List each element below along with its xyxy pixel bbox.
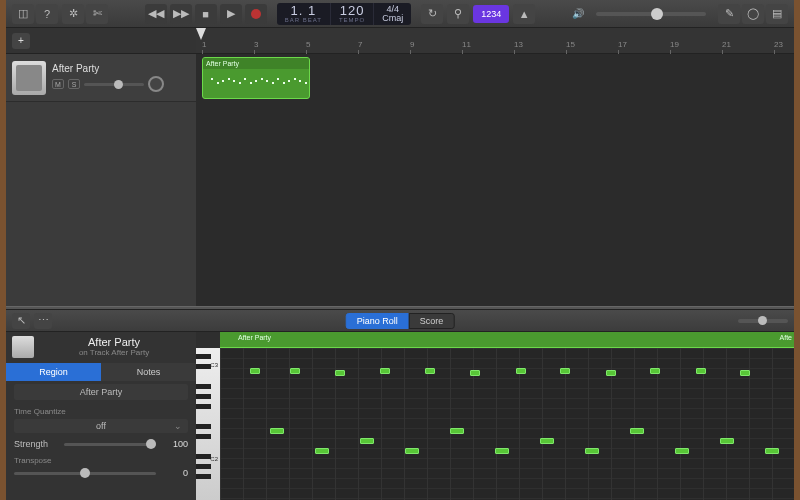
ruler-tick: 7: [358, 40, 362, 49]
midi-note[interactable]: [380, 368, 390, 374]
piano-roll-grid[interactable]: After Party Afte: [220, 348, 794, 500]
solo-button[interactable]: S: [68, 79, 80, 89]
transport-controls: ◀◀ ▶▶ ■ ▶: [145, 4, 267, 24]
record-button[interactable]: [245, 4, 267, 24]
midi-region[interactable]: After Party: [202, 57, 310, 99]
tab-piano-roll[interactable]: Piano Roll: [346, 313, 409, 329]
editor-zoom-slider[interactable]: [738, 319, 788, 323]
ruler-tick: 9: [410, 40, 414, 49]
rewind-button[interactable]: ◀◀: [145, 4, 167, 24]
volume-icon: 🔊: [572, 8, 584, 19]
region-name-field[interactable]: After Party: [14, 384, 188, 400]
garageband-window: ◫ ? ✲ ✄ ◀◀ ▶▶ ■ ▶ 1. 1 BAR BEAT 120 TEMP…: [0, 0, 800, 500]
forward-button[interactable]: ▶▶: [170, 4, 192, 24]
midi-note[interactable]: [470, 370, 480, 376]
midi-note[interactable]: [450, 428, 464, 434]
play-button[interactable]: ▶: [220, 4, 242, 24]
midi-note[interactable]: [495, 448, 509, 454]
key-label-c3: C3: [210, 362, 218, 368]
lcd-tempo: 120: [340, 5, 365, 17]
midi-note[interactable]: [585, 448, 599, 454]
midi-note[interactable]: [425, 368, 435, 374]
transpose-label: Transpose: [6, 452, 196, 465]
piano-region-label-right: Afte: [780, 334, 792, 341]
smart-controls-button[interactable]: ✲: [62, 4, 84, 24]
midi-note[interactable]: [720, 438, 734, 444]
bar-ruler[interactable]: 1357911131517192123: [196, 28, 794, 54]
track-name-label: After Party: [52, 63, 190, 74]
ruler-tick: 19: [670, 40, 679, 49]
region-name-label: After Party: [203, 58, 309, 69]
midi-note[interactable]: [516, 368, 526, 374]
track-pan-knob[interactable]: [148, 76, 164, 92]
midi-note[interactable]: [405, 448, 419, 454]
piano-keyboard[interactable]: C3 C2: [196, 348, 220, 500]
midi-note[interactable]: [290, 368, 300, 374]
midi-note[interactable]: [335, 370, 345, 376]
editor-menu-button[interactable]: ⋯: [34, 313, 52, 329]
media-browser-button[interactable]: ▤: [766, 4, 788, 24]
midi-note[interactable]: [270, 428, 284, 434]
count-in-button[interactable]: 1234: [473, 5, 509, 23]
ruler-tick: 3: [254, 40, 258, 49]
midi-note[interactable]: [315, 448, 329, 454]
cycle-button[interactable]: ↻: [421, 4, 443, 24]
lcd-key: Cmaj: [382, 14, 403, 23]
editor-toolbar: ↖ ⋯ Piano Roll Score: [6, 310, 794, 332]
region-inspector: After Party on Track After Party Region …: [6, 332, 196, 500]
stop-button[interactable]: ■: [195, 4, 217, 24]
track-header-bar: +: [6, 28, 196, 54]
track-headers: + After Party M S: [6, 28, 196, 306]
editor-pane: ↖ ⋯ Piano Roll Score After Party on Trac…: [6, 310, 794, 500]
editor-view-tabs: Piano Roll Score: [346, 313, 455, 329]
inspector-title: After Party: [40, 336, 188, 348]
master-volume-slider[interactable]: [596, 12, 706, 16]
ruler-tick: 21: [722, 40, 731, 49]
track-row[interactable]: After Party M S: [6, 54, 196, 102]
midi-note[interactable]: [360, 438, 374, 444]
midi-note[interactable]: [250, 368, 260, 374]
quick-help-button[interactable]: ?: [36, 4, 58, 24]
inspector-subtitle: on Track After Party: [40, 348, 188, 357]
add-track-button[interactable]: +: [12, 33, 30, 49]
midi-note[interactable]: [675, 448, 689, 454]
key-label-c2: C2: [210, 456, 218, 462]
midi-note[interactable]: [606, 370, 616, 376]
mute-button[interactable]: M: [52, 79, 64, 89]
tracks-area: + After Party M S 135791113151719212: [6, 28, 794, 306]
lcd-tempo-label: TEMPO: [339, 17, 365, 23]
tab-score[interactable]: Score: [409, 313, 455, 329]
editor-pointer-tool[interactable]: ↖: [12, 313, 30, 329]
ruler-tick: 23: [774, 40, 783, 49]
arrange-area: 1357911131517192123 After Party: [196, 28, 794, 306]
midi-note[interactable]: [540, 438, 554, 444]
midi-note[interactable]: [740, 370, 750, 376]
notepad-button[interactable]: ✎: [718, 4, 740, 24]
track-instrument-icon: [12, 61, 46, 95]
strength-label: Strength: [14, 439, 58, 449]
strength-slider[interactable]: [64, 443, 156, 446]
midi-note[interactable]: [560, 368, 570, 374]
midi-note[interactable]: [765, 448, 779, 454]
midi-note[interactable]: [696, 368, 706, 374]
midi-note[interactable]: [630, 428, 644, 434]
track-volume-slider[interactable]: [84, 83, 144, 86]
inspector-tab-notes[interactable]: Notes: [101, 363, 196, 381]
piano-region-label: After Party: [234, 332, 794, 343]
inspector-tab-region[interactable]: Region: [6, 363, 101, 381]
quantize-section-label: Time Quantize: [6, 403, 196, 416]
editors-button[interactable]: ✄: [86, 4, 108, 24]
strength-value: 100: [162, 439, 188, 449]
transpose-slider[interactable]: [14, 472, 156, 475]
quantize-select[interactable]: off: [14, 419, 188, 433]
metronome-button[interactable]: ▲: [513, 4, 535, 24]
inspector-instrument-icon: [12, 336, 34, 358]
lcd-display[interactable]: 1. 1 BAR BEAT 120 TEMPO 4/4 Cmaj: [277, 3, 412, 25]
midi-note[interactable]: [650, 368, 660, 374]
piano-roll: 22.333.344.35 C3 C2 After Party Afte: [196, 332, 794, 500]
arrange-grid[interactable]: After Party: [196, 54, 794, 306]
tuner-button[interactable]: ⚲: [447, 4, 469, 24]
piano-region-strip[interactable]: After Party Afte: [220, 332, 794, 348]
library-toggle-button[interactable]: ◫: [12, 4, 34, 24]
loop-browser-button[interactable]: ◯: [742, 4, 764, 24]
